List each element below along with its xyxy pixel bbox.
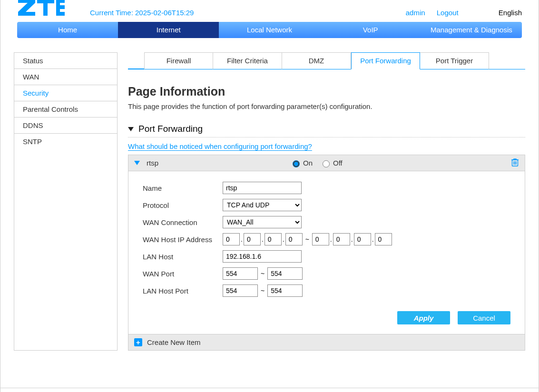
on-label: On — [303, 159, 313, 167]
wan-host-start-1[interactable] — [223, 233, 240, 245]
plus-icon: + — [134, 338, 142, 346]
wan-host-end-4[interactable] — [375, 233, 392, 245]
cancel-button[interactable]: Cancel — [458, 311, 510, 324]
tab-bar: FirewallFilter CriteriaDMZPort Forwardin… — [128, 52, 525, 69]
lan-port-end[interactable] — [267, 284, 303, 297]
wan-host-start-4[interactable] — [285, 233, 303, 245]
rule-title: rtsp — [147, 159, 158, 167]
wan-host-end-1[interactable] — [312, 233, 329, 245]
sidebar-item-sntp[interactable]: SNTP — [14, 134, 117, 149]
wan-port-end[interactable] — [267, 267, 303, 280]
wan-host-start-3[interactable] — [265, 233, 282, 245]
sidebar-item-security[interactable]: Security — [14, 85, 117, 101]
top-nav: HomeInternetLocal NetworkVoIPManagement … — [17, 22, 522, 38]
section-title: Port Forwarding — [138, 124, 203, 134]
page-title: Page Information — [128, 85, 525, 98]
wan-port-start[interactable] — [223, 267, 258, 280]
wan-host-ip-label: WAN Host IP Address — [143, 235, 223, 244]
name-label: Name — [143, 184, 223, 192]
tab-filter-criteria[interactable]: Filter Criteria — [213, 52, 282, 69]
range-separator: ~ — [261, 287, 265, 294]
chevron-down-icon — [134, 161, 140, 165]
brand-logo — [17, 0, 65, 20]
range-separator: ~ — [305, 235, 309, 243]
lan-host-input[interactable] — [223, 250, 302, 263]
protocol-label: Protocol — [143, 201, 223, 209]
nav-item-local-network[interactable]: Local Network — [219, 22, 320, 38]
wan-host-end-3[interactable] — [354, 233, 371, 245]
user-link[interactable]: admin — [406, 9, 425, 17]
wan-host-end-2[interactable] — [333, 233, 350, 245]
nav-item-home[interactable]: Home — [17, 22, 118, 38]
svg-rect-1 — [43, 0, 48, 16]
nav-item-management-diagnosis[interactable]: Management & Diagnosis — [421, 22, 522, 38]
protocol-select[interactable]: TCP And UDPTCPUDP — [223, 199, 302, 211]
tab-port-trigger[interactable]: Port Trigger — [420, 52, 489, 69]
lan-host-label: LAN Host — [143, 253, 223, 261]
sidebar-item-parental-controls[interactable]: Parental Controls — [14, 101, 117, 118]
nav-item-voip[interactable]: VoIP — [320, 22, 421, 38]
rule-header[interactable]: rtsp On Off — [128, 155, 525, 171]
create-label: Create New Item — [147, 338, 201, 346]
lan-port-label: LAN Host Port — [143, 287, 223, 295]
sidebar: StatusWANSecurityParental ControlsDDNSSN… — [14, 52, 118, 351]
sidebar-item-status[interactable]: Status — [14, 53, 117, 69]
wan-conn-label: WAN Connection — [143, 218, 223, 226]
enable-on-radio[interactable]: On — [290, 159, 313, 167]
name-input[interactable] — [223, 182, 302, 194]
tab-dmz[interactable]: DMZ — [282, 52, 351, 69]
logout-link[interactable]: Logout — [437, 9, 459, 17]
tab-port-forwarding[interactable]: Port Forwarding — [351, 52, 420, 69]
help-link[interactable]: What should be noticed when configuring … — [128, 142, 312, 150]
tab-firewall[interactable]: Firewall — [144, 52, 213, 69]
divider — [128, 137, 525, 137]
lan-port-start[interactable] — [223, 284, 258, 297]
page-desc: This page provides the function of port … — [128, 102, 525, 110]
apply-button[interactable]: Apply — [397, 311, 450, 324]
section-header[interactable]: Port Forwarding — [128, 124, 525, 134]
create-new-item[interactable]: + Create New Item — [128, 334, 525, 351]
delete-icon[interactable] — [511, 158, 519, 168]
off-label: Off — [333, 159, 343, 167]
sidebar-item-ddns[interactable]: DDNS — [14, 118, 117, 134]
wan-port-label: WAN Port — [143, 270, 223, 278]
wan-host-start-2[interactable] — [244, 233, 261, 245]
chevron-down-icon — [128, 127, 134, 131]
range-separator: ~ — [261, 270, 265, 277]
current-time: Current Time: 2025-02-06T15:29 — [90, 9, 194, 17]
language-selector[interactable]: English — [499, 9, 522, 17]
nav-item-internet[interactable]: Internet — [118, 22, 219, 38]
wan-conn-select[interactable]: WAN_All — [223, 216, 302, 228]
enable-off-radio[interactable]: Off — [320, 159, 343, 167]
sidebar-item-wan[interactable]: WAN — [14, 69, 117, 85]
